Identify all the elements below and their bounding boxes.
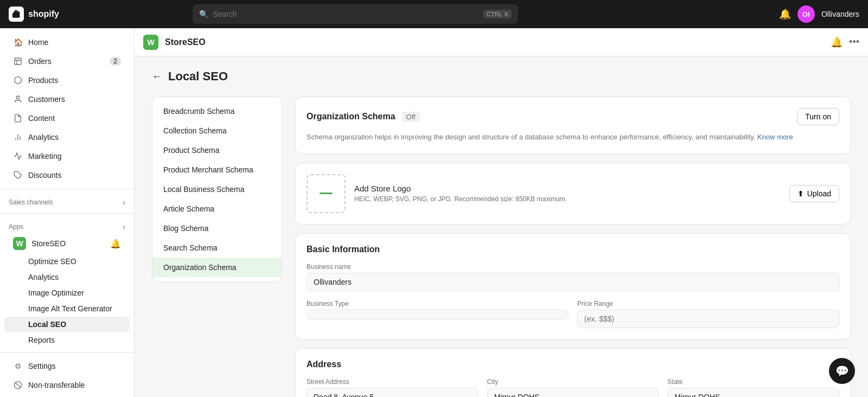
schema-menu-product[interactable]: Product Schema [152,140,282,160]
schema-menu-organization[interactable]: Organization Schema [152,258,282,277]
apps-chevron: › [123,222,125,231]
logo-upload-title: Add Store Logo [354,184,781,193]
shopify-logo[interactable]: shopify [9,7,59,22]
sidebar-label-home: Home [28,38,48,47]
street-input[interactable]: Road 8, Avenue 5, [307,388,478,398]
app-header-logo: W [143,35,158,50]
street-label: Street Address [307,378,478,386]
schema-menu-collection[interactable]: Collection Schema [152,121,282,140]
sidebar-item-settings[interactable]: ⚙ Settings [4,357,130,375]
sidebar-item-customers[interactable]: Customers [4,90,130,108]
apps-section[interactable]: Apps › [0,218,134,233]
city-input[interactable]: Mirpur DOHS [487,388,659,398]
app-bell-icon[interactable]: 🔔 [831,36,843,48]
logo-upload-info: Add Store Logo HEIC, WEBP, SVG, PNG, or … [354,184,781,203]
schema-menu-breadcrumb[interactable]: Breadcrumb Schema [152,101,282,121]
sales-channels-section[interactable]: Sales channels › [0,194,134,209]
org-schema-card: Organization Schema Off Turn on Schema o… [295,97,851,154]
sidebar-label-products: Products [28,76,58,85]
street-field: Street Address Road 8, Avenue 5, [307,378,478,398]
marketing-icon [13,151,23,161]
app-more-icon[interactable]: ••• [849,36,859,48]
business-type-price-row: Business Type Price Range (ex. $$$) [307,300,839,328]
schema-menu-search[interactable]: Search Schema [152,238,282,258]
sidebar-item-discounts[interactable]: Discounts [4,166,130,184]
content-icon [13,113,23,123]
sidebar-item-home[interactable]: 🏠 Home [4,33,130,52]
schema-menu-blog[interactable]: Blog Schema [152,219,282,238]
topnav-right: 🔔 OI Ollivanders [779,5,859,23]
sidebar-sub-local-seo[interactable]: Local SEO [4,317,130,332]
store-seo-item[interactable]: W StoreSEO 🔔 [4,234,130,253]
address-row: Street Address Road 8, Avenue 5, City Mi… [307,378,839,398]
logo-upload-inner: Add Store Logo HEIC, WEBP, SVG, PNG, or … [307,174,839,213]
schema-menu-article[interactable]: Article Schema [152,199,282,219]
app-outer: W StoreSEO 🔔 ••• ← Local SEO Breadcrumb … [135,28,868,397]
org-schema-description: Schema organization helps in improving t… [307,132,839,143]
chat-bubble[interactable]: 💬 [829,358,855,384]
upload-button[interactable]: ⬆ Upload [789,185,839,202]
business-type-field: Business Type [307,300,569,328]
bell-icon[interactable]: 🔔 [779,8,791,20]
sidebar-item-marketing[interactable]: Marketing [4,147,130,165]
logo-upload-hint: HEIC, WEBP, SVG, PNG, or JPG. Recommende… [354,195,781,203]
sidebar-label-analytics: Analytics [28,133,59,142]
city-label: City [487,378,659,386]
sidebar-item-nontransferable[interactable]: Non-transferable [4,376,130,394]
business-type-input[interactable] [307,310,569,319]
sidebar-sub-reports[interactable]: Reports [4,332,130,348]
divider-2 [0,213,134,214]
sidebar-sub-image-optimizer[interactable]: Image Optimizer [4,285,130,300]
search-shortcut: CTRL K [483,10,512,18]
upload-icon: ⬆ [797,189,804,198]
logo-upload-card: Add Store Logo HEIC, WEBP, SVG, PNG, or … [295,163,851,225]
avatar: OI [797,5,815,23]
search-input[interactable] [213,10,479,18]
sidebar-item-orders[interactable]: Orders 2 [4,52,130,71]
app-header-title: StoreSEO [165,37,206,47]
settings-label: Settings [28,362,56,370]
upload-label: Upload [807,189,831,198]
app-header-right: 🔔 ••• [831,36,859,48]
turn-on-button[interactable]: Turn on [797,108,839,125]
search-icon: 🔍 [199,10,208,18]
sales-channels-chevron: › [123,198,125,207]
sidebar-sub-optimize-seo[interactable]: Optimize SEO [4,254,130,269]
svg-rect-0 [15,58,21,65]
analytics-icon [13,132,23,142]
logo-placeholder [307,174,346,213]
optimize-seo-label: Optimize SEO [28,257,76,266]
business-name-field: Business name Ollivanders [307,263,839,291]
apps-label: Apps [9,223,23,230]
svg-line-7 [15,382,20,387]
address-card: Address Street Address Road 8, Avenue 5,… [295,348,851,398]
sidebar-sub-image-alt[interactable]: Image Alt Text Generator [4,301,130,316]
city-field: City Mirpur DOHS [487,378,659,398]
price-range-label: Price Range [577,300,839,308]
settings-icon: ⚙ [13,361,23,371]
schema-menu: Breadcrumb Schema Collection Schema Prod… [152,97,282,282]
svg-point-1 [16,96,19,99]
price-range-input[interactable]: (ex. $$$) [577,310,839,328]
page-title: Local SEO [168,69,228,84]
know-more-link[interactable]: Know more [757,133,793,141]
shopify-wordmark: shopify [28,9,59,19]
state-input[interactable]: Mirpur DOHS [667,388,839,398]
store-seo-icon: W [13,237,26,250]
state-label: State [667,378,839,386]
topnav: shopify 🔍 CTRL K 🔔 OI Ollivanders [0,0,868,28]
state-field: State Mirpur DOHS [667,378,839,398]
customers-icon [13,94,23,104]
nontransferable-icon [13,380,23,390]
back-arrow[interactable]: ← [152,71,162,82]
sidebar-item-content[interactable]: Content [4,109,130,127]
chat-icon: 💬 [835,364,849,377]
schema-menu-product-merchant[interactable]: Product Merchant Schema [152,160,282,180]
sidebar-sub-analytics[interactable]: Analytics [4,270,130,285]
sidebar-item-analytics[interactable]: Analytics [4,128,130,146]
schema-menu-local-business[interactable]: Local Business Schema [152,180,282,199]
sidebar-item-products[interactable]: Products [4,71,130,89]
products-icon [13,75,23,85]
search-bar[interactable]: 🔍 CTRL K [193,4,518,24]
business-name-value[interactable]: Ollivanders [307,273,839,291]
